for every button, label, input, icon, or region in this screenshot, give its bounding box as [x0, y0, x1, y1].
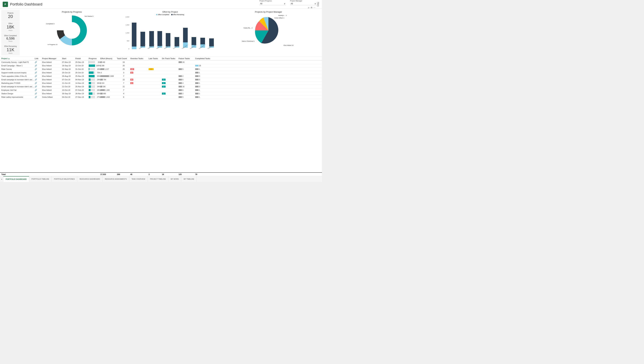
col-late[interactable]: Late Tasks	[149, 58, 162, 60]
col-on-track[interactable]: On Track Tasks	[162, 58, 178, 60]
cell-link[interactable]: 🔗	[35, 72, 42, 74]
cell-manager: Elva Hebert	[42, 89, 62, 91]
cell-link[interactable]: 🔗	[35, 86, 42, 88]
kpi-effort-unit: Hours	[9, 30, 13, 31]
filter-controls: Project Progress All ∨ Project Manager A…	[260, 0, 317, 9]
cell-start: 21-Oct-19	[62, 82, 75, 84]
cell-project: Email campaign to increase rider's aware…	[1, 86, 35, 88]
cell-effort: 764	[100, 79, 117, 80]
cell-on-track: 1	[162, 82, 178, 84]
table-row[interactable]: Community Survey - Light Rail P2 🔗 Elva …	[0, 60, 322, 64]
charts-section: Projects 20 Effort 18K Hours Effort Comp…	[0, 9, 322, 57]
main-content: Projects 20 Effort 18K Hours Effort Comp…	[0, 9, 322, 176]
table-row[interactable]: Support mobile account inquiry 🔗 Elva He…	[0, 71, 322, 74]
table-row[interactable]: Email Campaign - Wave 1 🔗 Elva Hebert 18…	[0, 64, 322, 68]
cell-completed: 5	[195, 78, 215, 80]
col-task-count[interactable]: Task Count	[117, 58, 130, 60]
svg-point-3	[64, 22, 80, 39]
cell-start: 30-Sep-19	[62, 92, 75, 94]
cell-future: 2	[178, 75, 195, 77]
col-overdue[interactable]: Overdue Tasks	[130, 58, 149, 60]
cell-on-track: 1	[162, 92, 178, 94]
table-row[interactable]: Employee Job Fair 🔗 Elva Hebert 10-Oct-1…	[0, 88, 322, 92]
cell-progress: 0%	[89, 61, 100, 63]
chart2-title: Effort by Project	[162, 11, 178, 13]
col-progress[interactable]: Progress	[89, 58, 100, 60]
cell-manager: Elva Hebert	[42, 78, 62, 80]
cell-progress: 100%	[89, 64, 100, 67]
cell-link[interactable]: 🔗	[35, 92, 42, 95]
cell-task-count: 25	[117, 65, 130, 67]
table-row[interactable]: Email campaign to increase rider's aware…	[0, 85, 322, 88]
chart2-legend: Effort Completed Effort Remaining	[156, 14, 184, 16]
pie-label-marco: Marco Christmas 5	[242, 40, 255, 42]
col-future[interactable]: Future Tasks	[178, 58, 195, 60]
tab-portfolio-milestones[interactable]: PORTFOLIO MILESTONES	[52, 176, 77, 182]
app-container: P Portfolio Dashboard Project Progress A…	[0, 0, 322, 182]
table-row[interactable]: Station Design 🔗 Elva Hebert 30-Sep-19 2…	[0, 92, 322, 96]
cell-link[interactable]: 🔗	[35, 68, 42, 70]
kpi-effort: Effort 18K Hours	[1, 22, 20, 33]
tab-my-timeline[interactable]: MY TIMELINE	[181, 176, 197, 182]
table-row[interactable]: Email campaign to increase rider's aware…	[0, 78, 322, 82]
col-project[interactable]: Project ▲	[1, 58, 35, 60]
table-footer: Total 17,533 269 45 2 18 125 79	[0, 172, 322, 176]
cell-manager: Elva Hebert	[42, 65, 62, 67]
cell-link[interactable]: 🔗	[35, 64, 42, 67]
cell-start: 07-Oct-19	[62, 78, 75, 80]
tab-nav-left[interactable]: ◂	[0, 176, 3, 182]
cell-on-track: 2	[162, 86, 178, 88]
cell-link[interactable]: 🔗	[35, 61, 42, 63]
filters-sidebar-toggle[interactable]: Filters	[317, 2, 319, 6]
table-row[interactable]: Rider safety improvements 🔗 Greta Gillia…	[0, 96, 322, 99]
cell-link[interactable]: 🔗	[35, 89, 42, 91]
cell-manager: Elva Hebert	[42, 68, 62, 70]
expand-icon[interactable]: ⊞	[311, 6, 312, 9]
table-row[interactable]: Marketing plan FY2020 🔗 Elva Hebert 21-O…	[0, 82, 322, 85]
kpi-effort-completed-label: Effort Completed	[4, 35, 17, 36]
cell-completed: 1	[195, 82, 215, 84]
footer-overdue: 45	[130, 173, 149, 175]
cell-manager: Elva Hebert	[42, 61, 62, 63]
legend-remaining: Effort Remaining	[171, 14, 184, 16]
table-header: Project ▲ Link Project Manager Start Fin…	[0, 57, 322, 60]
kpi-effort-remaining-label: Effort Remaining	[4, 46, 17, 47]
cell-link[interactable]: 🔗	[35, 96, 42, 98]
tab-project-timeline[interactable]: PROJECT TIMELINE	[148, 176, 168, 182]
more-icon[interactable]: ···	[314, 6, 315, 9]
tab-my-work[interactable]: MY WORK	[168, 176, 181, 182]
cell-project: Email campaign to increase rider's aware…	[1, 78, 35, 80]
cell-finish: 07-Feb-20	[75, 89, 89, 91]
tab-resource-dashboard[interactable]: RESOURCE DASHBOARD	[77, 176, 103, 182]
col-start[interactable]: Start	[62, 58, 75, 60]
col-finish[interactable]: Finish	[75, 58, 89, 60]
chevron-down-icon: ∨	[315, 2, 316, 5]
cell-link[interactable]: 🔗	[35, 75, 42, 77]
table-row[interactable]: Rider Survey 🔗 Elva Hebert 02-Sep-19 31-…	[0, 68, 322, 71]
col-manager[interactable]: Project Manager	[42, 58, 62, 60]
cell-start: 29-Aug-19	[62, 75, 75, 77]
kpi-projects-value: 20	[8, 14, 13, 19]
cell-effort: 224	[100, 82, 117, 84]
filter-manager-label: Project Manager	[290, 0, 317, 2]
cell-link[interactable]: 🔗	[35, 82, 42, 84]
col-effort[interactable]: Effort (Hours)	[100, 58, 117, 60]
tab-task-overview[interactable]: TASK OVERVIEW	[129, 176, 148, 182]
table-row[interactable]: Track upgrades (miles 3 thru 6) 🔗 Elva H…	[0, 74, 322, 78]
cell-start: 25-Oct-19	[62, 72, 75, 74]
cell-link[interactable]: 🔗	[35, 78, 42, 81]
cell-progress: 28%	[89, 89, 100, 91]
filter-icon[interactable]: ⊿	[308, 6, 309, 9]
tab-portfolio-dashboard[interactable]: PORTFOLIO DASHBOARD	[3, 176, 29, 182]
tab-portfolio-timeline[interactable]: PORTFOLIO TIMELINE	[29, 176, 52, 182]
chart-projects-by-progress: Projects by Progress Not Started	[20, 10, 124, 55]
filter-manager-select[interactable]: All ∨	[290, 2, 317, 5]
filter-progress-select[interactable]: All ∨	[260, 2, 286, 5]
cell-overdue: 9	[130, 78, 149, 80]
kpi-effort-remaining-unit: Hours	[9, 52, 13, 54]
tab-resource-assignments[interactable]: RESOURCE ASSIGNMENTS	[103, 176, 129, 182]
cell-manager: Elva Hebert	[42, 72, 62, 74]
col-completed[interactable]: Completed Tasks	[195, 58, 215, 60]
cell-finish: 04-Nov-19	[75, 78, 89, 80]
bar-item: Employee Job Fair	[164, 23, 172, 50]
